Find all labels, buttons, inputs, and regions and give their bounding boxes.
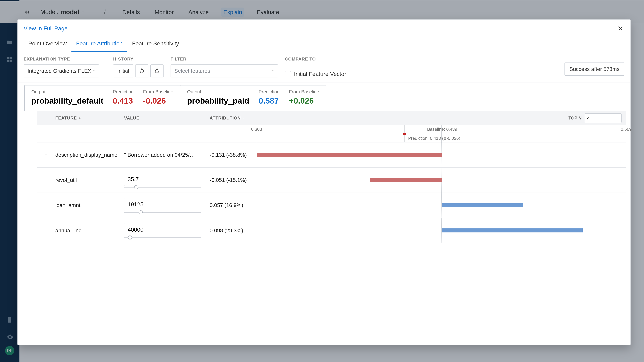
col-attribution[interactable]: ATTRIBUTION (210, 115, 256, 121)
prediction-marker-label: Prediction: 0.413 (Δ-0.026) (408, 136, 460, 141)
filter-select[interactable]: Select features (170, 64, 278, 77)
feature-value-slider[interactable] (124, 237, 201, 238)
prediction-cards: Outputprobability_defaultPrediction0.413… (18, 82, 630, 111)
view-full-page-link[interactable]: View in Full Page (24, 25, 68, 32)
feature-value-input[interactable] (124, 173, 201, 186)
feature-name: loan_amnt (55, 202, 80, 208)
chevron-down-icon (270, 69, 275, 73)
redo-button[interactable] (150, 64, 164, 77)
topn-input[interactable] (585, 113, 622, 123)
feature-value-text: " Borrower added on 04/25/… (124, 152, 195, 158)
attribution-value: -0.051 (-15.1%) (210, 177, 256, 183)
output-name: probability_paid (187, 96, 249, 105)
pred-value: 0.413 (113, 96, 134, 105)
output-name: probability_default (31, 96, 103, 105)
dialog-tab-point-overview[interactable]: Point Overview (24, 34, 72, 52)
feature-name: annual_inc (55, 227, 81, 234)
compare-label: COMPARE TO (285, 56, 346, 62)
table-row: loan_amnt0.057 (16.9%) (37, 193, 626, 218)
feature-value-input[interactable] (124, 198, 201, 211)
attribution-value: 0.057 (16.9%) (210, 202, 256, 208)
dialog-tab-feature-sensitivity[interactable]: Feature Sensitivity (127, 34, 184, 52)
row-expand-button[interactable] (42, 151, 50, 159)
attribution-value: -0.131 (-38.8%) (210, 152, 256, 158)
attribution-bar (442, 228, 582, 232)
pred-value: 0.587 (258, 96, 280, 105)
filter-placeholder: Select features (174, 68, 210, 74)
compare-check-label: Initial Feature Vector (294, 71, 346, 77)
table-row: description_display_name" Borrower added… (37, 142, 626, 168)
controls-row: EXPLANATION TYPE Integrated Gradients FL… (18, 52, 630, 82)
feature-value-input[interactable] (124, 223, 201, 236)
explanation-type-label: EXPLANATION TYPE (24, 56, 99, 62)
table-row: annual_inc0.098 (29.3%) (37, 218, 626, 243)
attribution-bar (256, 153, 442, 157)
topn-label: TOP N (568, 115, 582, 121)
close-icon[interactable]: ✕ (616, 24, 624, 32)
history-label: HISTORY (113, 56, 164, 62)
filter-label: FILTER (170, 56, 278, 62)
table-row: revol_util-0.051 (-15.1%) (37, 168, 626, 193)
feature-name: revol_util (55, 177, 77, 183)
attribution-value: 0.098 (29.3%) (210, 227, 256, 234)
pred-card-1[interactable]: Outputprobability_paidPrediction0.587Fro… (180, 85, 326, 111)
chevron-down-icon (92, 69, 96, 73)
pred-card-0[interactable]: Outputprobability_defaultPrediction0.413… (24, 85, 180, 111)
col-value: VALUE (124, 115, 210, 121)
status-badge: Success after 573ms (564, 62, 624, 76)
delta-value: -0.026 (143, 96, 174, 105)
col-feature[interactable]: FEATURE (37, 115, 124, 121)
attribution-bar (370, 178, 442, 182)
explanation-type-select[interactable]: Integrated Gradients FLEX (24, 64, 99, 77)
history-initial-button[interactable]: Initial (113, 64, 133, 77)
scale-row: 0.308Baseline: 0.4390.569Prediction: 0.4… (37, 125, 626, 142)
explain-dialog: View in Full Page ✕ Point OverviewFeatur… (18, 19, 630, 345)
dialog-tabs: Point OverviewFeature AttributionFeature… (18, 34, 630, 52)
delta-value: +0.026 (289, 96, 319, 105)
feature-name: description_display_name (55, 152, 118, 158)
feature-value-slider[interactable] (124, 187, 201, 188)
undo-button[interactable] (135, 64, 148, 77)
dialog-tab-feature-attribution[interactable]: Feature Attribution (72, 34, 128, 52)
feature-value-slider[interactable] (124, 212, 201, 213)
compare-checkbox[interactable] (285, 71, 291, 77)
attribution-table: FEATURE VALUE ATTRIBUTION TOP N 0.308Bas… (37, 111, 626, 243)
explanation-type-value: Integrated Gradients FLEX (28, 68, 92, 74)
attribution-bar (442, 203, 523, 207)
